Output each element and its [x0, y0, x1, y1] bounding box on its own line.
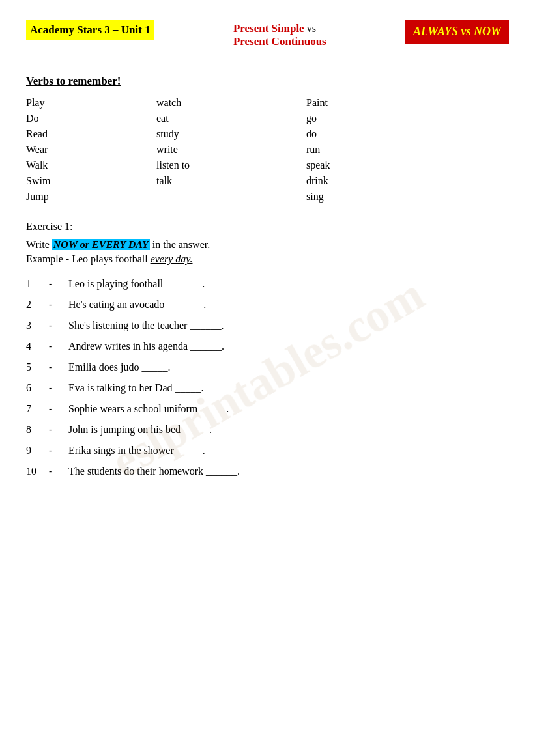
- verb-col2-3: study: [156, 128, 306, 140]
- q-number-1: 1: [26, 278, 49, 290]
- q-dash-2: -: [49, 299, 68, 311]
- verb-col3-3: do: [306, 128, 424, 140]
- q-text-8: John is jumping on his bed _____.: [68, 424, 212, 436]
- q-dash-10: -: [49, 466, 68, 477]
- q-dash-1: -: [49, 278, 68, 290]
- question-item-3: 3 - She's listening to the teacher _____…: [26, 320, 509, 331]
- example-prefix: Example -: [26, 253, 69, 264]
- q-text-6: Eva is talking to her Dad _____.: [68, 382, 204, 394]
- verb-col3-7: sing: [306, 191, 424, 203]
- verb-col2-6: talk: [156, 175, 306, 187]
- verb-col3-2: go: [306, 113, 424, 124]
- q-text-9: Erika sings in the shower _____.: [68, 445, 205, 456]
- q-text-3: She's listening to the teacher ______.: [68, 320, 224, 331]
- q-text-1: Leo is playing football _______.: [68, 278, 205, 290]
- question-item-6: 6 - Eva is talking to her Dad _____.: [26, 382, 509, 394]
- q-number-5: 5: [26, 361, 49, 373]
- verb-col2-empty: [156, 191, 306, 203]
- question-item-8: 8 - John is jumping on his bed _____.: [26, 424, 509, 436]
- verb-col3-4: run: [306, 144, 424, 156]
- verb-col2-4: write: [156, 144, 306, 156]
- question-item-4: 4 - Andrew writes in his agenda ______.: [26, 341, 509, 352]
- instruction-part2: in the answer.: [150, 239, 210, 250]
- q-dash-3: -: [49, 320, 68, 331]
- q-dash-6: -: [49, 382, 68, 394]
- questions-list: 1 - Leo is playing football _______. 2 -…: [26, 278, 509, 477]
- present-continuous-label: Present Continuous: [233, 35, 326, 48]
- header-subtitle: Present Simple vs Present Continuous: [233, 20, 326, 48]
- q-number-6: 6: [26, 382, 49, 394]
- q-dash-4: -: [49, 341, 68, 352]
- q-text-10: The students do their homework ______.: [68, 466, 240, 477]
- present-simple-label: Present Simple: [233, 22, 304, 35]
- question-item-10: 10 - The students do their homework ____…: [26, 466, 509, 477]
- example-line: Example - Leo plays football every day.: [26, 253, 509, 265]
- q-text-5: Emilia does judo _____.: [68, 361, 170, 373]
- verb-col1-2: Do: [26, 113, 156, 124]
- question-item-2: 2 - He's eating an avocado _______.: [26, 299, 509, 311]
- q-text-2: He's eating an avocado _______.: [68, 299, 206, 311]
- q-dash-8: -: [49, 424, 68, 436]
- verb-col1-4: Wear: [26, 144, 156, 156]
- verbs-title: Verbs to remember!: [26, 75, 509, 88]
- verb-col2-2: eat: [156, 113, 306, 124]
- question-item-7: 7 - Sophie wears a school uniform _____.: [26, 403, 509, 415]
- q-dash-7: -: [49, 403, 68, 415]
- instruction-part1: Write: [26, 239, 52, 250]
- verb-col1-6: Swim: [26, 175, 156, 187]
- q-text-4: Andrew writes in his agenda ______.: [68, 341, 224, 352]
- verb-col1-3: Read: [26, 128, 156, 140]
- question-item-9: 9 - Erika sings in the shower _____.: [26, 445, 509, 456]
- q-number-10: 10: [26, 466, 49, 477]
- verb-col3-1: Paint: [306, 97, 424, 109]
- verb-col2-1: watch: [156, 97, 306, 109]
- verbs-grid: Play watch Paint Do eat go Read study do…: [26, 97, 509, 203]
- example-sentence: Leo plays football: [69, 253, 150, 264]
- q-number-3: 3: [26, 320, 49, 331]
- verb-col2-5: listen to: [156, 160, 306, 171]
- verb-col3-6: drink: [306, 175, 424, 187]
- instruction-line: Write NOW or EVERY DAY in the answer.: [26, 239, 509, 251]
- verb-col1-5: Walk: [26, 160, 156, 171]
- q-dash-9: -: [49, 445, 68, 456]
- highlight-now: NOW or EVERY DAY: [52, 239, 150, 250]
- verb-col3-5: speak: [306, 160, 424, 171]
- q-number-9: 9: [26, 445, 49, 456]
- exercise-section: Exercise 1: Write NOW or EVERY DAY in th…: [26, 221, 509, 477]
- header-title: Academy Stars 3 – Unit 1: [26, 20, 154, 40]
- question-item-5: 5 - Emilia does judo _____.: [26, 361, 509, 373]
- vs-label: vs: [304, 23, 316, 34]
- exercise-label: Exercise 1:: [26, 221, 509, 232]
- badge-text: ALWAYS vs NOW: [413, 25, 501, 38]
- page-header: Academy Stars 3 – Unit 1 Present Simple …: [26, 20, 509, 55]
- q-number-2: 2: [26, 299, 49, 311]
- title-text: Academy Stars 3 – Unit 1: [30, 23, 151, 36]
- q-dash-5: -: [49, 361, 68, 373]
- question-item-1: 1 - Leo is playing football _______.: [26, 278, 509, 290]
- q-number-4: 4: [26, 341, 49, 352]
- q-number-7: 7: [26, 403, 49, 415]
- verb-col1-1: Play: [26, 97, 156, 109]
- verbs-section: Verbs to remember! Play watch Paint Do e…: [26, 75, 509, 203]
- verb-col1-7: Jump: [26, 191, 156, 203]
- example-answer: every day.: [151, 253, 193, 264]
- q-text-7: Sophie wears a school uniform _____.: [68, 403, 229, 415]
- q-number-8: 8: [26, 424, 49, 436]
- always-vs-now-badge: ALWAYS vs NOW: [405, 20, 509, 44]
